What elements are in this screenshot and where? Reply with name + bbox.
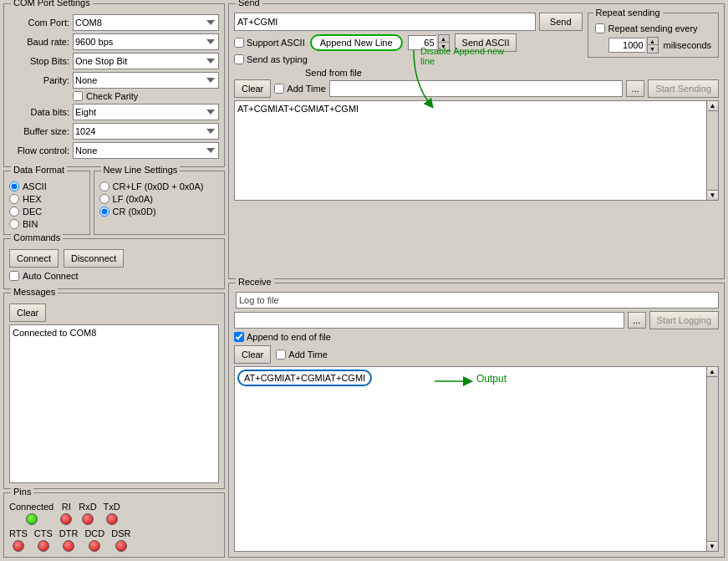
new-line-radio-group: CR+LF (0x0D + 0x0A) LF (0x0A) CR (0x0D) <box>99 181 219 217</box>
disconnect-button[interactable]: Disconnect <box>64 249 124 268</box>
send-scrollbar[interactable]: ▲ ▼ <box>707 100 719 201</box>
send-from-file-label: Send from file <box>305 68 362 78</box>
connected-label: Connected <box>9 502 53 512</box>
txd-led <box>106 513 118 525</box>
rts-led <box>13 540 24 552</box>
repeat-spin-down[interactable]: ▼ <box>648 45 658 53</box>
dtr-label: DTR <box>59 528 79 538</box>
log-file-input[interactable] <box>234 312 624 329</box>
send-clear-button[interactable]: Clear <box>234 79 271 98</box>
send-scroll-up[interactable]: ▲ <box>708 101 718 111</box>
connected-led <box>26 513 38 525</box>
com-port-select[interactable]: COM8 <box>73 14 219 31</box>
support-ascii-label: Support ASCII <box>247 38 305 48</box>
start-sending-button[interactable]: Start Sending <box>648 79 719 98</box>
stop-bits-label: Stop Bits: <box>9 56 69 66</box>
send-text-area[interactable]: AT+CGMIAT+CGMIAT+CGMI <box>234 100 707 201</box>
repeat-spinner[interactable]: ▲ ▼ <box>647 37 659 54</box>
send-scroll-down[interactable]: ▼ <box>708 190 718 200</box>
add-time-recv-checkbox[interactable] <box>276 349 286 360</box>
ascii-spin-up[interactable]: ▲ <box>439 35 449 43</box>
ascii-radio[interactable] <box>9 181 19 191</box>
dtr-pin: DTR <box>59 528 79 552</box>
ascii-label: ASCII <box>23 181 47 191</box>
add-time-send-checkbox[interactable] <box>274 84 284 94</box>
repeat-sending-title: Repeat sending <box>593 8 663 18</box>
receive-scroll-up[interactable]: ▲ <box>707 367 717 377</box>
repeat-sending-checkbox[interactable] <box>595 23 605 33</box>
receive-text-area[interactable]: AT+CGMIAT+CGMIAT+CGMI <box>234 366 707 553</box>
cr-radio[interactable] <box>99 207 109 217</box>
hex-radio[interactable] <box>9 194 19 204</box>
dcd-pin: DCD <box>84 528 104 552</box>
send-ascii-button[interactable]: Send ASCII <box>455 33 517 52</box>
crlf-radio[interactable] <box>99 181 109 191</box>
append-new-line-button[interactable]: Append New Line <box>310 34 403 51</box>
repeat-spin-up[interactable]: ▲ <box>648 38 658 45</box>
dcd-label: DCD <box>84 528 104 538</box>
lf-radio[interactable] <box>99 194 109 204</box>
messages-clear-button[interactable]: Clear <box>9 303 46 322</box>
rxd-led <box>82 513 94 525</box>
data-bits-select[interactable]: Eight <box>73 104 219 120</box>
repeat-sending-group: Repeat sending Repeat sending every ▲ ▼ <box>588 13 719 58</box>
ascii-spin-down[interactable]: ▼ <box>439 43 449 50</box>
dsr-label: DSR <box>111 528 130 538</box>
parity-select[interactable]: None <box>73 72 219 89</box>
ms-label: miliseconds <box>664 40 711 50</box>
com-port-label: Com Port: <box>9 18 69 28</box>
cts-label: CTS <box>34 528 53 538</box>
hex-label: HEX <box>23 194 42 204</box>
new-line-group: New Line Settings CR+LF (0x0D + 0x0A) LF… <box>94 171 225 235</box>
ri-label: RI <box>62 502 71 512</box>
dcd-led <box>89 540 100 552</box>
repeat-value-input[interactable] <box>608 38 645 53</box>
bin-radio[interactable] <box>9 219 19 229</box>
support-ascii-checkbox[interactable] <box>234 38 244 48</box>
repeat-sending-label: Repeat sending every <box>608 23 698 33</box>
data-format-title: Data Format <box>11 165 67 175</box>
receive-group: Receive Log to file ... Start Logging <box>228 283 725 558</box>
dec-label: DEC <box>23 207 42 217</box>
pins-title: Pins <box>11 487 33 497</box>
log-file-browse-button[interactable]: ... <box>628 312 646 329</box>
log-to-file-section: Log to file <box>236 292 719 309</box>
ascii-value-input[interactable] <box>408 35 436 50</box>
check-parity-checkbox[interactable] <box>73 91 83 101</box>
receive-title: Receive <box>236 277 274 287</box>
data-format-group: Data Format ASCII HEX DEC <box>3 171 90 235</box>
receive-scrollbar[interactable]: ▲ ▼ <box>707 366 719 553</box>
txd-pin: TxD <box>104 502 120 525</box>
new-line-title: New Line Settings <box>101 165 181 175</box>
append-to-file-checkbox[interactable] <box>234 332 244 342</box>
connect-button[interactable]: Connect <box>9 249 59 268</box>
send-file-browse-button[interactable]: ... <box>626 80 644 97</box>
buffer-size-label: Buffer size: <box>9 126 69 136</box>
append-to-file-label: Append to end of file <box>247 332 331 342</box>
data-bits-label: Data bits: <box>9 107 69 117</box>
receive-scroll-down[interactable]: ▼ <box>707 541 717 551</box>
stop-bits-select[interactable]: One Stop Bit <box>73 53 219 69</box>
commands-title: Commands <box>11 232 63 242</box>
send-input[interactable] <box>234 13 536 31</box>
send-as-typing-checkbox[interactable] <box>234 54 244 64</box>
start-logging-button[interactable]: Start Logging <box>649 311 719 329</box>
buffer-size-select[interactable]: 1024 <box>73 123 219 140</box>
flow-control-select[interactable]: None <box>73 142 219 159</box>
dtr-led <box>63 540 74 552</box>
flow-control-label: Flow control: <box>9 145 69 156</box>
rts-pin: RTS <box>9 528 28 552</box>
ascii-spinner[interactable]: ▲ ▼ <box>438 34 450 51</box>
send-from-file-input[interactable] <box>329 80 624 97</box>
check-parity-label: Check Parity <box>86 91 138 101</box>
baud-rate-select[interactable]: 9600 bps <box>73 33 219 50</box>
auto-connect-checkbox[interactable] <box>9 271 19 281</box>
send-button[interactable]: Send <box>539 13 583 31</box>
txd-label: TxD <box>104 502 120 512</box>
receive-clear-button[interactable]: Clear <box>234 345 271 364</box>
dec-radio[interactable] <box>9 207 19 217</box>
add-time-recv-label: Add Time <box>288 349 327 360</box>
com-port-settings: COM Port Settings Com Port: COM8 Baud ra… <box>3 3 225 167</box>
send-group: Send Send Support ASCII Appen <box>228 3 725 279</box>
receive-content-highlighted: AT+CGMIAT+CGMIAT+CGMI <box>237 370 372 386</box>
